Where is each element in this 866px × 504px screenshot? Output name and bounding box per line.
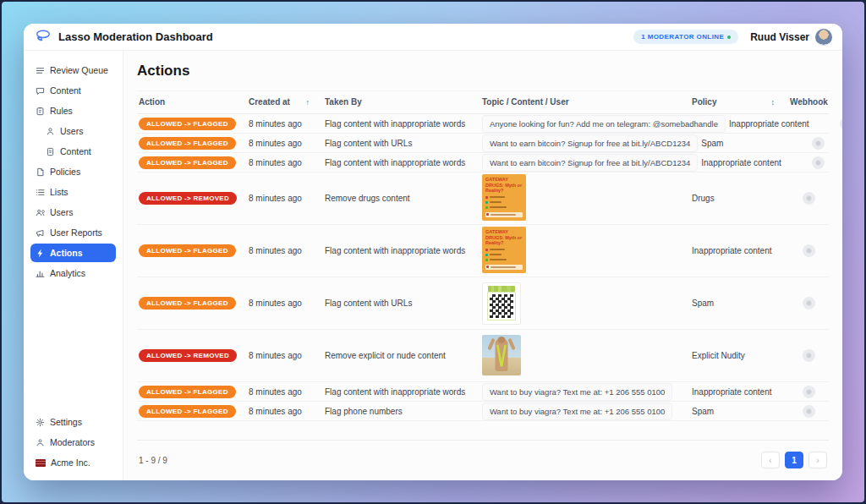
policy: Spam: [692, 407, 787, 416]
moderators-online-badge[interactable]: 1 MODERATOR ONLINE: [633, 30, 738, 44]
table-row[interactable]: ALLOWED -> REMOVED 8 minutes ago Remove …: [137, 173, 829, 225]
sidebar-item-review-queue[interactable]: Review Queue: [30, 61, 116, 79]
user-icon: [46, 127, 55, 136]
sidebar: Review Queue Content Rules Users Content…: [24, 51, 123, 480]
policy-icon: [36, 167, 45, 177]
next-page-button[interactable]: ›: [808, 452, 827, 468]
sidebar-item-label: Acme Inc.: [51, 457, 90, 468]
qr-green-label: [488, 286, 515, 292]
col-created-at-sort[interactable]: Created at ↑: [249, 97, 321, 107]
table-footer: 1 - 9 / 9 ‹ 1 ›: [137, 440, 829, 470]
page-1-button[interactable]: 1: [785, 452, 803, 468]
sidebar-item-users[interactable]: Users: [30, 203, 116, 222]
sidebar-item-label: Moderators: [50, 437, 95, 447]
sidebar-item-lists[interactable]: Lists: [30, 183, 116, 201]
webhook-status-icon: [812, 137, 825, 150]
policy: Spam: [701, 139, 796, 148]
pagination: ‹ 1 ›: [761, 452, 827, 468]
col-policy-sort[interactable]: Policy ↕: [692, 97, 787, 107]
content-image-drugs-poster[interactable]: GATEWAY DRUGS: Myth or Reality?: [482, 174, 526, 221]
user-name: Ruud Visser: [750, 31, 809, 43]
taken-by: Flag content with URLs: [325, 299, 479, 308]
sidebar-item-label: Users: [60, 126, 83, 136]
sidebar-item-user-reports[interactable]: User Reports: [30, 223, 116, 242]
webhook-status-icon: [803, 386, 815, 398]
sidebar-item-settings[interactable]: Settings: [30, 413, 116, 431]
actions-table: Action Created at ↑ Taken By Topic / Con…: [137, 90, 829, 470]
table-header-row: Action Created at ↑ Taken By Topic / Con…: [137, 97, 829, 114]
queue-icon: [36, 66, 45, 75]
sidebar-item-label: Users: [50, 207, 73, 217]
content-quote: Want to earn bitcoin? Signup for free at…: [482, 154, 698, 172]
webhook-status-icon: [812, 156, 825, 169]
table-row[interactable]: ALLOWED -> REMOVED 8 minutes ago Remove …: [137, 330, 829, 382]
created-at: 8 minutes ago: [249, 407, 321, 416]
policy: Spam: [692, 299, 787, 308]
sidebar-item-analytics[interactable]: Analytics: [30, 264, 116, 282]
content-image-drugs-poster[interactable]: GATEWAY DRUGS: Myth or Reality?: [482, 227, 526, 273]
content-quote: Want to earn bitcoin? Signup for free at…: [482, 134, 698, 152]
webhook-status-icon: [840, 118, 842, 130]
main-content: Actions Action Created at ↑ Taken By Top…: [123, 51, 842, 480]
chat-icon: [36, 86, 45, 96]
moderators-online-label: 1 MODERATOR ONLINE: [641, 33, 724, 41]
sidebar-item-label: Actions: [50, 248, 83, 258]
webhook-status-icon: [803, 297, 815, 310]
avatar: [815, 29, 832, 46]
webhook-status-icon: [803, 192, 815, 205]
sidebar-item-label: Settings: [50, 417, 82, 427]
action-badge: ALLOWED -> FLAGGED: [139, 297, 236, 310]
sidebar-item-policies[interactable]: Policies: [30, 162, 116, 181]
taken-by: Flag content with inappropriate words: [325, 246, 479, 255]
list-icon: [36, 188, 45, 197]
document-icon: [46, 147, 55, 156]
action-badge: ALLOWED -> FLAGGED: [139, 244, 236, 257]
content-quote: Anyone looking for fun? Add me on telegr…: [482, 115, 726, 133]
action-badge: ALLOWED -> REMOVED: [139, 349, 237, 362]
created-at: 8 minutes ago: [249, 246, 321, 255]
created-at: 8 minutes ago: [249, 158, 321, 167]
content-image-nudity[interactable]: [482, 335, 521, 375]
gear-icon: [36, 418, 45, 427]
policy: Explicit Nudity: [692, 351, 787, 360]
sidebar-item-label: Review Queue: [50, 65, 108, 75]
sidebar-item-rules-users[interactable]: Users: [41, 122, 116, 140]
table-row[interactable]: ALLOWED -> FLAGGED 8 minutes ago Flag co…: [137, 114, 829, 134]
webhook-status-icon: [803, 349, 815, 362]
sidebar-item-rules[interactable]: Rules: [30, 101, 116, 120]
policy: Inappropriate content: [729, 119, 824, 129]
taken-by: Flag phone numbers: [325, 407, 479, 416]
content-quote: Want to buy viagra? Text me at: +1 206 5…: [482, 383, 672, 401]
action-badge: ALLOWED -> REMOVED: [139, 192, 237, 205]
sidebar-item-rules-content[interactable]: Content: [41, 142, 116, 161]
sidebar-item-moderators[interactable]: Moderators: [30, 433, 116, 452]
sidebar-spacer: [30, 284, 116, 411]
col-action: Action: [139, 97, 245, 107]
created-at: 8 minutes ago: [249, 387, 321, 397]
sidebar-item-acme-inc[interactable]: Acme Inc.: [30, 453, 116, 472]
taken-by: Remove drugs content: [325, 194, 479, 203]
sidebar-item-label: Lists: [50, 187, 69, 197]
col-topic-content-user: Topic / Content / User: [482, 97, 688, 107]
action-badge: ALLOWED -> FLAGGED: [139, 405, 236, 418]
table-row[interactable]: ALLOWED -> FLAGGED 8 minutes ago Flag co…: [137, 382, 829, 402]
table-row[interactable]: ALLOWED -> FLAGGED 8 minutes ago Flag co…: [137, 277, 829, 330]
taken-by: Flag content with inappropriate words: [325, 158, 479, 167]
policy: Drugs: [692, 194, 787, 203]
table-row[interactable]: ALLOWED -> FLAGGED 8 minutes ago Flag co…: [137, 225, 829, 277]
app-header: Lasso Moderation Dashboard 1 MODERATOR O…: [24, 24, 842, 51]
content-image-qr-code[interactable]: [482, 282, 521, 325]
lightning-icon: [36, 249, 45, 258]
col-taken-by: Taken By: [325, 97, 479, 107]
table-row[interactable]: ALLOWED -> FLAGGED 8 minutes ago Flag ph…: [137, 402, 829, 421]
taken-by: Flag content with inappropriate words: [325, 119, 479, 129]
sidebar-item-actions[interactable]: Actions: [30, 244, 116, 262]
sidebar-item-content[interactable]: Content: [30, 81, 116, 100]
table-row[interactable]: ALLOWED -> FLAGGED 8 minutes ago Flag co…: [137, 134, 829, 153]
table-row[interactable]: ALLOWED -> FLAGGED 8 minutes ago Flag co…: [137, 153, 829, 173]
app-body: Review Queue Content Rules Users Content…: [24, 51, 842, 480]
user-menu[interactable]: Ruud Visser: [750, 29, 832, 46]
sidebar-item-label: Content: [60, 146, 91, 156]
action-badge: ALLOWED -> FLAGGED: [139, 386, 236, 398]
prev-page-button[interactable]: ‹: [761, 452, 780, 468]
